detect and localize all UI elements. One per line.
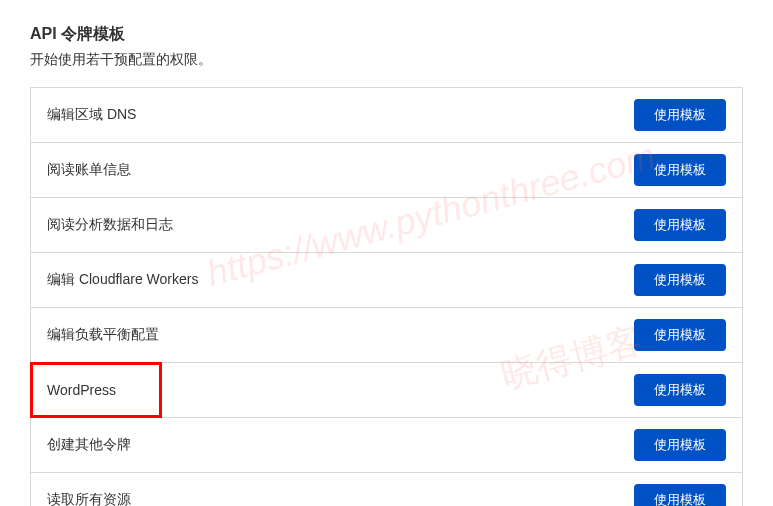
template-label: 阅读账单信息 [47,161,131,179]
template-label: 编辑区域 DNS [47,106,136,124]
use-template-button[interactable]: 使用模板 [634,374,726,406]
template-label: 读取所有资源 [47,491,131,506]
template-label: 编辑 Cloudflare Workers [47,271,198,289]
page-title: API 令牌模板 [30,24,743,45]
use-template-button[interactable]: 使用模板 [634,154,726,186]
template-label: 创建其他令牌 [47,436,131,454]
template-row: 阅读分析数据和日志使用模板 [31,198,742,253]
page-subtitle: 开始使用若干预配置的权限。 [30,51,743,69]
template-row: WordPress使用模板 [31,363,742,418]
template-label: WordPress [47,382,116,398]
template-row: 阅读账单信息使用模板 [31,143,742,198]
template-row: 编辑区域 DNS使用模板 [31,88,742,143]
use-template-button[interactable]: 使用模板 [634,319,726,351]
template-row: 编辑 Cloudflare Workers使用模板 [31,253,742,308]
template-row: 编辑负载平衡配置使用模板 [31,308,742,363]
page-container: https://www.pythonthree.com 晓得博客 API 令牌模… [30,24,743,506]
template-row: 创建其他令牌使用模板 [31,418,742,473]
template-label: 编辑负载平衡配置 [47,326,159,344]
template-row: 读取所有资源使用模板 [31,473,742,506]
use-template-button[interactable]: 使用模板 [634,484,726,506]
use-template-button[interactable]: 使用模板 [634,209,726,241]
template-list: 编辑区域 DNS使用模板阅读账单信息使用模板阅读分析数据和日志使用模板编辑 Cl… [30,87,743,506]
template-label: 阅读分析数据和日志 [47,216,173,234]
use-template-button[interactable]: 使用模板 [634,99,726,131]
use-template-button[interactable]: 使用模板 [634,264,726,296]
use-template-button[interactable]: 使用模板 [634,429,726,461]
